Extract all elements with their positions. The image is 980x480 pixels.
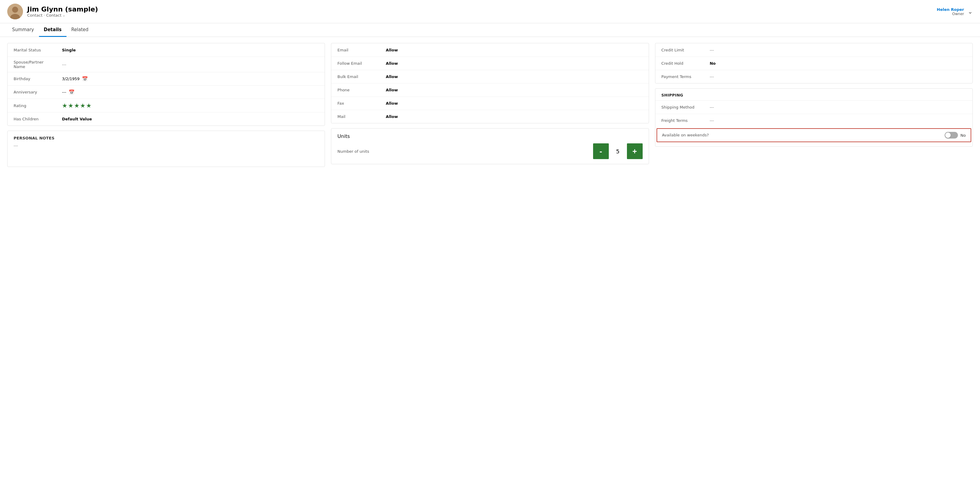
shipping-method-row: Shipping Method ---	[655, 100, 972, 114]
star-5: ★	[86, 102, 92, 109]
toggle-knob	[945, 132, 951, 138]
spouse-name-label: Spouse/PartnerName	[14, 60, 62, 69]
has-children-row: Has Children Default Value	[8, 112, 325, 126]
subtitle-contact2: Contact	[46, 13, 62, 18]
freight-terms-label: Freight Terms	[662, 118, 710, 123]
phone-label: Phone	[337, 88, 386, 92]
contact-name: Jim Glynn (sample)	[27, 5, 98, 13]
contact-subtitle: Contact · Contact ⌄	[27, 13, 98, 18]
rating-label: Rating	[14, 104, 62, 108]
fax-row: Fax Allow	[331, 96, 648, 110]
star-3: ★	[74, 102, 80, 109]
available-weekends-row: Available on weekends? No	[657, 128, 971, 142]
avatar	[7, 4, 23, 19]
freight-terms-row: Freight Terms ---	[655, 114, 972, 127]
available-weekends-value: No	[960, 133, 966, 138]
star-4: ★	[80, 102, 86, 109]
contact-name-block: Jim Glynn (sample) Contact · Contact ⌄	[27, 5, 98, 18]
rating-row: Rating ★ ★ ★ ★ ★	[8, 99, 325, 112]
anniversary-row: Anniversary --- 📅	[8, 85, 325, 99]
page-header: Jim Glynn (sample) Contact · Contact ⌄ H…	[0, 0, 980, 23]
subtitle-chevron-icon[interactable]: ⌄	[62, 14, 65, 17]
anniversary-value: --- 📅	[62, 89, 318, 95]
rating-stars: ★ ★ ★ ★ ★	[62, 102, 318, 109]
birthday-calendar-icon[interactable]: 📅	[82, 76, 88, 82]
freight-terms-value: ---	[710, 118, 966, 123]
credit-hold-value: No	[710, 61, 966, 65]
follow-email-value: Allow	[386, 61, 642, 65]
anniversary-date: ---	[62, 90, 66, 94]
follow-email-label: Follow Email	[337, 61, 386, 65]
personal-notes-card: PERSONAL NOTES ---	[7, 131, 325, 167]
payment-terms-value: ---	[710, 74, 966, 79]
email-row: Email Allow	[331, 43, 648, 57]
units-title: Units	[337, 133, 642, 139]
owner-section: Helen Roper Owner	[937, 7, 964, 16]
birthday-row: Birthday 3/2/1959 📅	[8, 72, 325, 85]
units-controls: - 5 +	[593, 144, 643, 159]
billing-card: Credit Limit --- Credit Hold No Payment …	[655, 43, 973, 83]
personal-notes-title: PERSONAL NOTES	[14, 136, 318, 140]
units-plus-button[interactable]: +	[627, 144, 643, 159]
units-card: Units Number of units - 5 +	[331, 128, 649, 164]
has-children-value: Default Value	[62, 117, 318, 121]
header-right: Helen Roper Owner ⌄	[937, 7, 973, 16]
bulk-email-row: Bulk Email Allow	[331, 70, 648, 83]
credit-limit-row: Credit Limit ---	[655, 43, 972, 57]
email-label: Email	[337, 48, 386, 52]
phone-row: Phone Allow	[331, 83, 648, 96]
anniversary-field-with-icon: --- 📅	[62, 89, 318, 95]
credit-limit-label: Credit Limit	[662, 48, 710, 52]
header-expand-icon[interactable]: ⌄	[967, 8, 973, 15]
birthday-value: 3/2/1959 📅	[62, 76, 318, 82]
mail-value: Allow	[386, 114, 642, 119]
left-column: Marital Status Single Spouse/PartnerName…	[7, 43, 325, 167]
owner-name[interactable]: Helen Roper	[937, 7, 964, 12]
birthday-label: Birthday	[14, 77, 62, 81]
payment-terms-label: Payment Terms	[662, 74, 710, 79]
has-children-label: Has Children	[14, 117, 62, 121]
tab-details[interactable]: Details	[39, 23, 67, 37]
units-value: 5	[609, 148, 627, 155]
birthday-field-with-icon: 3/2/1959 📅	[62, 76, 318, 82]
anniversary-calendar-icon[interactable]: 📅	[68, 89, 75, 95]
right-column: Credit Limit --- Credit Hold No Payment …	[655, 43, 973, 147]
subtitle-contact1: Contact	[27, 13, 43, 18]
bulk-email-label: Bulk Email	[337, 74, 386, 79]
tab-bar: Summary Details Related	[0, 23, 980, 37]
star-2: ★	[68, 102, 73, 109]
tab-summary[interactable]: Summary	[7, 23, 39, 37]
main-content: Marital Status Single Spouse/PartnerName…	[0, 37, 980, 173]
spouse-name-row: Spouse/PartnerName ---	[8, 57, 325, 72]
bulk-email-value: Allow	[386, 74, 642, 79]
svg-point-1	[12, 6, 18, 13]
marital-status-value: Single	[62, 48, 318, 52]
communication-card: Email Allow Follow Email Allow Bulk Emai…	[331, 43, 649, 123]
shipping-card: SHIPPING Shipping Method --- Freight Ter…	[655, 88, 973, 147]
mail-row: Mail Allow	[331, 110, 648, 123]
birthday-date: 3/2/1959	[62, 77, 80, 81]
anniversary-label: Anniversary	[14, 90, 62, 94]
payment-terms-row: Payment Terms ---	[655, 70, 972, 83]
phone-value: Allow	[386, 88, 642, 92]
marital-status-label: Marital Status	[14, 48, 62, 52]
email-value: Allow	[386, 48, 642, 52]
middle-column: Email Allow Follow Email Allow Bulk Emai…	[331, 43, 649, 164]
credit-hold-row: Credit Hold No	[655, 57, 972, 70]
shipping-title: SHIPPING	[655, 89, 972, 100]
units-row: Number of units - 5 +	[337, 144, 642, 159]
credit-hold-label: Credit Hold	[662, 61, 710, 65]
follow-email-row: Follow Email Allow	[331, 57, 648, 70]
header-left: Jim Glynn (sample) Contact · Contact ⌄	[7, 4, 98, 19]
personal-notes-value: ---	[14, 144, 318, 148]
mail-label: Mail	[337, 114, 386, 119]
fax-label: Fax	[337, 101, 386, 105]
shipping-method-label: Shipping Method	[662, 105, 710, 110]
rating-value: ★ ★ ★ ★ ★	[62, 102, 318, 109]
available-weekends-label: Available on weekends?	[662, 132, 945, 138]
tab-related[interactable]: Related	[67, 23, 94, 37]
available-weekends-toggle[interactable]	[945, 132, 958, 139]
units-minus-button[interactable]: -	[593, 144, 609, 159]
marital-status-row: Marital Status Single	[8, 43, 325, 57]
star-1: ★	[62, 102, 67, 109]
